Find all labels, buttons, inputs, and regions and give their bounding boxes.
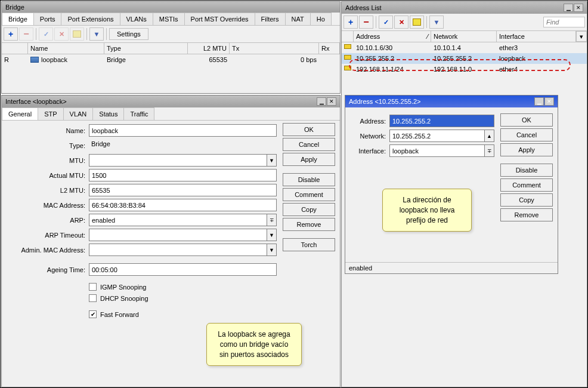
close-button[interactable]: ✕ [544, 97, 554, 106]
arp-dropdown[interactable]: ∓ [267, 214, 277, 226]
remove-button[interactable]: Remove [283, 218, 335, 231]
tab-port-ext[interactable]: Port Extensions [61, 13, 120, 25]
torch-button[interactable]: Torch [283, 238, 335, 251]
table-row[interactable]: 192.168.11.1/24 192.168.11.0 ether4 [342, 64, 587, 75]
label-actual-mtu: Actual MTU: [5, 172, 89, 179]
tab-vlan[interactable]: VLAN [63, 107, 94, 120]
funnel-icon: ▼ [94, 30, 100, 38]
tab-filters[interactable]: Filters [255, 13, 286, 25]
col-interface[interactable]: Interface [497, 31, 576, 42]
tab-ports[interactable]: Ports [33, 13, 62, 25]
col-tx[interactable]: Tx [230, 43, 319, 54]
col-rx[interactable]: Rx [319, 43, 340, 54]
comment-button[interactable]: Comment [500, 178, 553, 192]
label-address: Address: [348, 118, 389, 125]
tab-status[interactable]: Status [92, 107, 124, 120]
addrlist-titlebar: Address List ▁ ✕ [342, 2, 587, 14]
plus-icon: + [348, 17, 353, 27]
close-button[interactable]: ✕ [327, 97, 336, 106]
admin-mac-dropdown[interactable]: ▼ [267, 244, 277, 256]
interface-field[interactable] [389, 144, 485, 157]
tab-stp[interactable]: STP [38, 107, 63, 120]
enable-button: ✓ [39, 27, 53, 41]
status-text: enabled [349, 264, 372, 272]
network-dropdown[interactable]: ▲ [485, 130, 494, 142]
interface-dropdown[interactable]: ∓ [485, 144, 494, 157]
tab-traffic[interactable]: Traffic [123, 107, 154, 120]
address-field[interactable] [389, 115, 494, 127]
dhcp-checkbox[interactable] [89, 294, 97, 302]
col-type[interactable]: Type [104, 43, 188, 54]
apply-button[interactable]: Apply [500, 143, 553, 156]
col-l2mtu[interactable]: L2 MTU [188, 43, 230, 54]
tab-bridge[interactable]: Bridge [2, 13, 34, 25]
mtu-dropdown[interactable]: ▼ [267, 154, 277, 167]
cell-interface: loopback [497, 54, 587, 63]
note-icon [413, 19, 421, 26]
column-menu-button[interactable]: ▾ [576, 31, 587, 42]
col-flag[interactable] [2, 43, 28, 54]
minimize-button[interactable]: ▁ [564, 4, 573, 12]
copy-button[interactable]: Copy [500, 193, 553, 207]
remove-button[interactable]: − [359, 16, 373, 29]
tooltip-loopback-bridge: La loopback se agrega como un bridge vac… [206, 323, 302, 366]
ok-button[interactable]: OK [283, 123, 335, 136]
actual-mtu-field[interactable] [89, 169, 277, 181]
arp-timeout-dropdown[interactable]: ▼ [267, 229, 277, 241]
ageing-field[interactable] [89, 263, 277, 276]
note-icon [73, 30, 81, 38]
ok-button[interactable]: OK [500, 113, 553, 127]
comment-button[interactable] [410, 16, 424, 29]
tab-nat[interactable]: NAT [285, 13, 311, 25]
address-window: Address <10.255.255.2> ▁ ✕ Address: Netw… [345, 95, 558, 274]
cancel-button[interactable]: Cancel [283, 138, 335, 151]
remove-button[interactable]: Remove [500, 208, 553, 221]
tab-ho[interactable]: Ho [310, 13, 332, 25]
label-l2mtu: L2 MTU: [5, 187, 89, 194]
apply-button[interactable]: Apply [283, 153, 335, 166]
address-icon [344, 66, 351, 70]
comment-button[interactable]: Comment [283, 188, 335, 201]
tab-vlans[interactable]: VLANs [120, 13, 153, 25]
disable-button[interactable]: Disable [500, 164, 553, 177]
igmp-checkbox[interactable] [89, 283, 97, 291]
admin-mac-field[interactable] [89, 244, 267, 256]
name-field[interactable] [89, 124, 277, 137]
minimize-button[interactable]: ▁ [317, 97, 326, 106]
disable-button[interactable]: Disable [283, 173, 335, 186]
type-value: Bridge [89, 139, 277, 152]
filter-button[interactable]: ▼ [89, 27, 104, 41]
enable-button[interactable]: ✓ [379, 16, 393, 29]
mtu-field[interactable] [89, 154, 267, 167]
l2mtu-field[interactable] [89, 184, 277, 196]
disable-button: ✕ [54, 27, 69, 41]
arp-field[interactable] [89, 214, 267, 226]
close-button[interactable]: ✕ [574, 4, 583, 12]
filter-button[interactable]: ▼ [429, 16, 444, 29]
cancel-button[interactable]: Cancel [500, 128, 553, 141]
copy-button[interactable]: Copy [283, 203, 335, 216]
settings-button[interactable]: Settings [109, 28, 148, 40]
col-name[interactable]: Name [28, 43, 104, 54]
col-address[interactable]: Address ∕ [354, 31, 431, 42]
arp-timeout-field[interactable] [89, 229, 267, 241]
add-button[interactable]: + [343, 16, 358, 29]
mac-field[interactable] [89, 199, 277, 211]
table-row[interactable]: R loopback Bridge 65535 0 bps [2, 54, 340, 65]
bridge-grid-header: Name Type L2 MTU Tx Rx [2, 42, 340, 54]
col-icon[interactable] [342, 31, 354, 42]
col-network[interactable]: Network [431, 31, 497, 42]
network-field[interactable] [389, 130, 485, 142]
table-row[interactable]: 10.255.255.2 10.255.255.2 loopback [342, 53, 587, 64]
add-button[interactable]: + [4, 27, 18, 41]
tab-mstis[interactable]: MSTIs [153, 13, 185, 25]
fast-forward-checkbox[interactable]: ✔ [89, 310, 97, 318]
tab-general[interactable]: General [2, 107, 38, 120]
find-input[interactable] [543, 17, 585, 27]
tab-mst-over[interactable]: Port MST Overrides [184, 13, 255, 25]
table-row[interactable]: 10.10.1.6/30 10.10.1.4 ether3 [342, 42, 587, 53]
row-rx [319, 55, 340, 64]
minimize-button[interactable]: ▁ [534, 97, 544, 106]
iface-titlebar: Interface <loopback> ▁ ✕ [2, 96, 340, 107]
disable-button[interactable]: ✕ [394, 16, 408, 29]
